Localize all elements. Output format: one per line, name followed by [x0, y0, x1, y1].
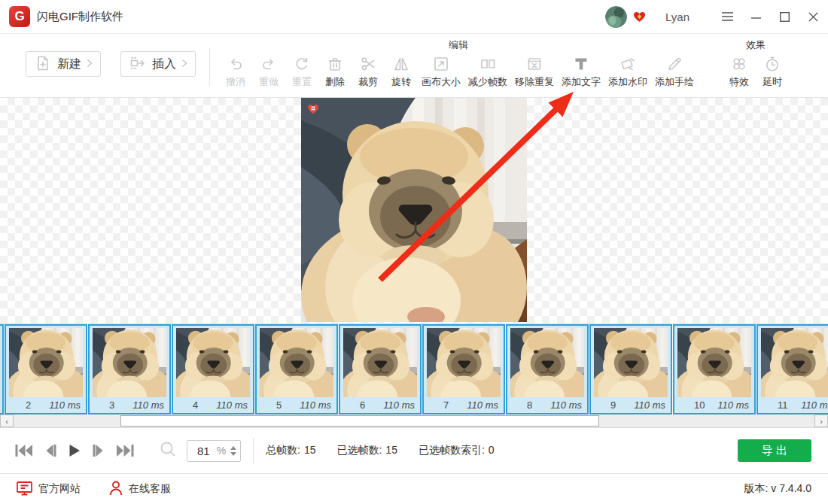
zoom-level-input[interactable]: 81 %: [187, 440, 241, 462]
playback-controlbar: 81 % 总帧数:15 已选帧数:15 已选帧数索引:0 导出: [0, 428, 828, 473]
filmstrip-frame[interactable]: 3 110 ms: [88, 324, 171, 414]
frame-number: 9: [610, 399, 616, 411]
filmstrip-frames: 2 110 ms 3 110 ms 4 110 ms 5 110 ms: [0, 323, 828, 414]
filmstrip-frame-partial[interactable]: [0, 324, 4, 414]
filmstrip-frame[interactable]: 7 110 ms: [422, 324, 505, 414]
toolbar-item-reduce-frames[interactable]: 减少帧数: [464, 53, 511, 89]
toolbar-item-remove-duplicate[interactable]: 移除重复: [511, 53, 558, 89]
app-logo-icon: G: [9, 6, 30, 27]
frame-duration: 110 ms: [49, 399, 81, 411]
canvas-area: [0, 98, 828, 323]
scroll-left-button[interactable]: ‹: [0, 414, 14, 427]
official-website-label: 官方网站: [38, 482, 81, 496]
filmstrip-frame[interactable]: 9 110 ms: [589, 324, 672, 414]
controlbar-divider: [253, 438, 254, 463]
zoom-unit: %: [217, 445, 226, 457]
new-button-label: 新建: [57, 56, 81, 72]
scrollbar-thumb[interactable]: [120, 415, 599, 427]
filmstrip-frame[interactable]: 2 110 ms: [5, 324, 87, 414]
toolbar-item-rotate[interactable]: 旋转: [385, 53, 418, 89]
frame-label: 11 110 ms: [758, 397, 828, 413]
filmstrip-frame[interactable]: 8 110 ms: [506, 324, 589, 414]
filmstrip-scrollbar: ‹ ›: [0, 414, 828, 428]
zoom-value[interactable]: 81: [197, 445, 210, 457]
filmstrip-frame[interactable]: 11 110 ms: [756, 324, 828, 414]
frame-number: 8: [527, 399, 532, 411]
frame-duration: 110 ms: [467, 399, 498, 411]
previous-frame-button[interactable]: [45, 444, 56, 457]
minimize-button[interactable]: [750, 11, 762, 23]
frame-thumbnail: [427, 328, 501, 397]
new-file-icon: [34, 54, 52, 74]
frame-label: 7 110 ms: [424, 397, 504, 413]
toolbar-item-delay[interactable]: 延时: [756, 53, 789, 89]
frame-number: 6: [360, 399, 365, 411]
effects-group: 效果 特效 延时: [723, 34, 789, 89]
titlebar: G 闪电GIF制作软件 Lyan: [0, 0, 828, 34]
app-window: G 闪电GIF制作软件 Lyan: [0, 0, 828, 504]
frame-duration: 110 ms: [216, 399, 248, 411]
frame-label: 9 110 ms: [591, 397, 671, 413]
filmstrip-frame[interactable]: 6 110 ms: [339, 324, 422, 414]
skip-to-end-button[interactable]: [116, 444, 134, 457]
frame-thumbnail: [677, 328, 751, 397]
official-website-link[interactable]: 官方网站: [17, 481, 81, 498]
chevron-right-icon: [181, 59, 187, 70]
next-frame-button[interactable]: [93, 444, 104, 457]
preview-image[interactable]: [301, 98, 527, 322]
version-label: 版本: v 7.4.4.0: [744, 482, 811, 496]
scroll-right-button[interactable]: ›: [814, 414, 828, 427]
toolbar-item-reset: 重置: [285, 53, 318, 89]
frame-number: 11: [778, 399, 788, 411]
toolbar-item-add-text[interactable]: 添加文字: [558, 53, 604, 89]
chevron-right-icon: [87, 59, 93, 70]
username[interactable]: Lyan: [665, 11, 689, 23]
selected-frame-index-stat: 已选帧数索引:0: [419, 444, 495, 457]
insert-button[interactable]: 插入: [120, 51, 196, 77]
frame-label: 2 110 ms: [6, 397, 86, 413]
toolbar-item-crop[interactable]: 裁剪: [352, 53, 385, 89]
filmstrip-frame[interactable]: 10 110 ms: [673, 324, 756, 414]
frame-duration: 110 ms: [801, 399, 828, 411]
maximize-button[interactable]: [778, 11, 790, 23]
frame-number: 3: [109, 399, 114, 411]
frame-thumbnail: [9, 328, 83, 397]
frame-number: 4: [193, 399, 198, 411]
frame-number: 10: [694, 399, 705, 411]
filmstrip-frame[interactable]: 5 110 ms: [255, 324, 338, 414]
toolbar-divider: [209, 47, 210, 87]
zoom-magnifier-icon: [160, 441, 176, 460]
play-button[interactable]: [68, 444, 81, 457]
toolbar-item-delete[interactable]: 删除: [318, 53, 352, 89]
vip-heart-badge-icon[interactable]: [633, 11, 646, 23]
toolbar-item-canvas-size[interactable]: 画布大小: [418, 53, 464, 89]
edit-group: 编辑 撤消 重做 重置 删除: [219, 34, 698, 89]
frame-thumbnail: [260, 328, 333, 397]
avatar[interactable]: [605, 6, 627, 28]
frame-number: 2: [26, 399, 31, 411]
online-support-link[interactable]: 在线客服: [109, 481, 171, 498]
filmstrip-frame[interactable]: 4 110 ms: [172, 324, 254, 414]
footer: 官方网站 在线客服 版本: v 7.4.4.0: [0, 473, 828, 504]
frame-label: 10 110 ms: [674, 397, 754, 413]
toolbar-item-effects[interactable]: 特效: [723, 53, 756, 89]
close-button[interactable]: [807, 11, 819, 23]
effects-group-label: 效果: [746, 38, 766, 52]
frame-duration: 110 ms: [300, 399, 331, 411]
new-button[interactable]: 新建: [26, 51, 101, 77]
toolbar-item-add-drawing[interactable]: 添加手绘: [651, 53, 698, 89]
menu-icon[interactable]: [721, 11, 733, 23]
monitor-icon: [17, 481, 32, 498]
toolbar: 新建 插入 编辑 撤消 重做: [0, 34, 828, 98]
export-button[interactable]: 导出: [738, 439, 811, 462]
frame-label: 8 110 ms: [507, 397, 587, 413]
toolbar-item-add-watermark[interactable]: 添加水印: [604, 53, 651, 89]
frame-duration: 110 ms: [132, 399, 164, 411]
frame-thumbnail: [594, 328, 668, 397]
spinner-up-icon[interactable]: [230, 446, 236, 450]
frame-duration: 110 ms: [717, 399, 749, 411]
spinner-down-icon[interactable]: [230, 452, 236, 456]
skip-to-start-button[interactable]: [15, 444, 33, 457]
edit-group-label: 编辑: [449, 38, 468, 52]
toolbar-item-undo: 撤消: [219, 53, 252, 89]
